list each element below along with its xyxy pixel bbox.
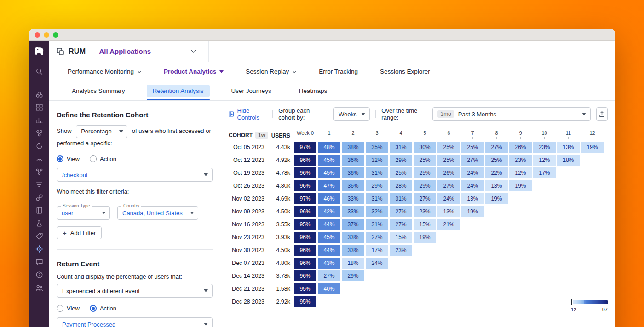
retention-cell[interactable]: 29% [342,270,364,281]
retention-cell[interactable]: 24% [437,193,460,204]
retention-cell[interactable]: 48% [318,142,340,153]
notebooks-icon[interactable] [33,204,46,217]
show-metric-select[interactable]: Percentage [76,125,127,138]
retention-cell[interactable]: 96% [294,155,316,166]
retention-cell[interactable]: 21% [437,219,460,230]
retention-cell[interactable]: 96% [294,206,316,217]
retention-cell[interactable]: 12% [509,167,532,178]
retention-cell[interactable]: 46% [318,193,340,204]
organization-icon[interactable] [33,281,46,294]
retention-cell[interactable]: 35% [366,142,388,153]
retention-cell[interactable]: 18% [342,258,364,269]
retention-cell[interactable]: 95% [294,283,316,294]
time-range-select[interactable]: 3mo Past 3 Months [432,107,590,121]
zoom-window-button[interactable] [53,32,58,38]
retention-cell[interactable]: 29% [366,180,388,191]
group-by-select[interactable]: Weeks [334,107,370,121]
cohort-action-radio[interactable]: Action [90,155,116,162]
retention-cell[interactable]: 31% [366,193,388,204]
retention-cell[interactable]: 42% [318,206,340,217]
retention-cell[interactable]: 27% [485,142,508,153]
metrics-icon[interactable] [33,114,46,126]
cohort-event-select[interactable]: /checkout [57,168,213,182]
retention-cell[interactable]: 30% [414,142,436,153]
retention-cell[interactable]: 40% [318,283,340,294]
retention-cell[interactable]: 45% [318,167,340,178]
retention-cell[interactable]: 24% [461,167,484,178]
retention-cell[interactable]: 95% [294,219,316,230]
country-filter-select[interactable]: CountryCanada, United States [117,206,198,220]
dashboards-icon[interactable] [33,101,46,114]
logs-icon[interactable] [33,178,46,191]
retention-cell[interactable]: 33% [342,193,364,204]
retention-cell[interactable]: 31% [366,167,388,178]
retention-cell[interactable]: 37% [342,219,364,230]
retention-cell[interactable]: 36% [342,167,364,178]
retention-cell[interactable]: 18% [557,155,580,166]
apm-icon[interactable] [33,152,46,165]
retention-cell[interactable]: 28% [390,180,412,191]
add-filter-button[interactable]: + Add Filter [57,226,102,239]
retention-cell[interactable]: 43% [318,258,340,269]
help-icon[interactable]: ? [33,268,46,281]
subtab-user-journeys[interactable]: User Journeys [223,81,280,100]
retention-cell[interactable]: 27% [318,270,340,281]
retention-cell[interactable]: 97% [294,142,316,153]
retention-cell[interactable]: 96% [294,180,316,191]
synthetics-icon[interactable] [33,217,46,229]
retention-cell[interactable]: 38% [342,142,364,153]
retention-cell[interactable]: 22% [485,167,508,178]
retention-cell[interactable]: 32% [366,206,388,217]
retention-cell[interactable]: 13% [485,180,508,191]
retention-cell[interactable]: 15% [414,219,436,230]
return-action-select[interactable]: Payment Processed [57,317,213,327]
retention-cell[interactable]: 44% [318,245,340,256]
retention-cell[interactable]: 19% [509,180,532,191]
retention-cell[interactable]: 12% [533,155,556,166]
retention-cell[interactable]: 96% [294,232,316,243]
retention-cell[interactable]: 27% [414,193,436,204]
retention-cell[interactable]: 31% [366,219,388,230]
retention-cell[interactable]: 97% [294,193,316,204]
retention-cell[interactable]: 36% [342,155,364,166]
retention-cell[interactable]: 95% [294,296,316,307]
return-view-radio[interactable]: View [57,305,80,312]
retention-cell[interactable]: 33% [342,245,364,256]
retention-cell[interactable]: 15% [390,232,412,243]
retention-cell[interactable]: 96% [294,258,316,269]
tab-product-analytics[interactable]: Product Analytics [153,62,235,81]
tab-sessions-explorer[interactable]: Sessions Explorer [369,62,441,81]
retention-cell[interactable]: 23% [533,142,556,153]
tab-performance-monitoring[interactable]: Performance Monitoring [57,62,153,81]
security-icon[interactable] [33,229,46,242]
retention-cell[interactable]: 23% [509,155,532,166]
retention-cell[interactable]: 25% [437,142,460,153]
rum-icon[interactable] [33,242,46,255]
retention-cell[interactable]: 96% [294,167,316,178]
retention-cell[interactable]: 44% [318,219,340,230]
integrations-icon[interactable] [33,191,46,204]
retention-cell[interactable]: 27% [390,206,412,217]
subtab-analytics-summary[interactable]: Analytics Summary [63,81,134,100]
service-map-icon[interactable] [33,165,46,178]
watchdog-icon[interactable] [33,88,46,101]
retention-cell[interactable]: 19% [414,232,436,243]
retention-cell[interactable]: 25% [437,155,460,166]
minimize-window-button[interactable] [44,32,49,38]
retention-cell[interactable]: 26% [509,142,532,153]
retention-cell[interactable]: 33% [342,232,364,243]
retention-cell[interactable]: 36% [342,180,364,191]
export-button[interactable] [596,107,608,121]
datadog-logo-icon[interactable] [32,45,46,58]
retention-cell[interactable]: 17% [533,167,556,178]
retention-cell[interactable]: 19% [485,193,508,204]
retention-cell[interactable]: 13% [461,193,484,204]
retention-cell[interactable]: 27% [437,180,460,191]
retention-cell[interactable]: 45% [318,232,340,243]
retention-cell[interactable]: 23% [390,245,412,256]
search-icon[interactable] [33,65,46,78]
retention-cell[interactable]: 17% [366,245,388,256]
subtab-retention-analysis[interactable]: Retention Analysis [144,81,213,100]
retention-cell[interactable]: 19% [461,206,484,217]
hide-controls-link[interactable]: Hide Controls [229,107,267,121]
